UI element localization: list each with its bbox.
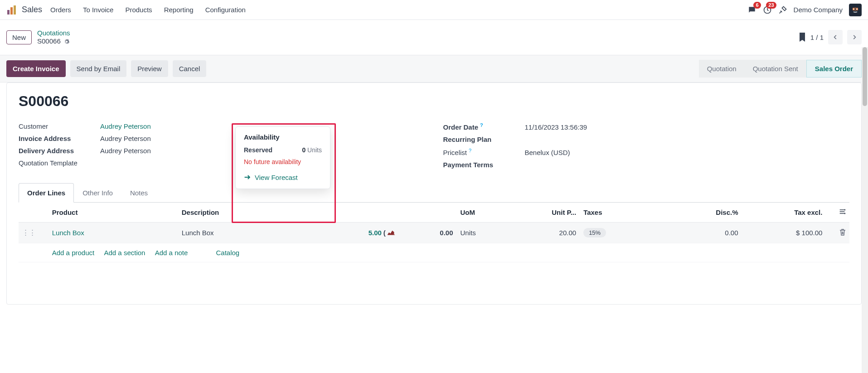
value-invoice-address[interactable]: Audrey Peterson xyxy=(100,135,151,142)
status-quotation[interactable]: Quotation xyxy=(699,60,745,78)
menu-to-invoice[interactable]: To Invoice xyxy=(83,6,114,14)
delete-row-icon[interactable] xyxy=(839,229,846,237)
forecast-chart-icon[interactable] xyxy=(388,229,395,237)
send-by-email-button[interactable]: Send by Email xyxy=(70,60,127,77)
th-unit-price[interactable]: Unit P... xyxy=(515,203,580,223)
status-quotation-sent[interactable]: Quotation Sent xyxy=(745,60,806,78)
menu-orders[interactable]: Orders xyxy=(50,6,71,14)
document-title: S00066 xyxy=(19,93,849,110)
cell-unit-price[interactable]: 20.00 xyxy=(515,222,580,243)
company-switcher[interactable]: Demo Company xyxy=(794,6,843,14)
tools-icon[interactable] xyxy=(778,5,787,15)
status-sales-order[interactable]: Sales Order xyxy=(806,60,862,78)
gear-icon[interactable] xyxy=(63,37,70,45)
th-taxes[interactable]: Taxes xyxy=(580,203,658,223)
cancel-button[interactable]: Cancel xyxy=(173,60,207,77)
activity-badge: 23 xyxy=(766,2,776,9)
breadcrumb-quotations[interactable]: Quotations xyxy=(37,29,70,37)
label-customer: Customer xyxy=(19,122,100,130)
popover-title: Availability xyxy=(244,133,322,141)
value-order-date[interactable]: 11/16/2023 13:56:39 xyxy=(525,123,587,131)
tab-order-lines[interactable]: Order Lines xyxy=(19,183,74,203)
cell-tax-excl[interactable]: $ 100.00 xyxy=(742,222,826,243)
activity-clock-icon[interactable]: 23 xyxy=(763,5,772,15)
value-pricelist[interactable]: Benelux (USD) xyxy=(525,149,570,156)
new-button[interactable]: New xyxy=(6,30,32,44)
add-product-link[interactable]: Add a product xyxy=(52,249,94,257)
cell-description[interactable]: Lunch Box xyxy=(178,222,321,243)
value-delivery-address[interactable]: Audrey Peterson xyxy=(100,147,151,155)
label-delivery-address: Delivery Address xyxy=(19,147,100,155)
label-payment-terms: Payment Terms xyxy=(443,161,525,169)
preview-button[interactable]: Preview xyxy=(131,60,168,77)
menu-products[interactable]: Products xyxy=(125,6,152,14)
th-uom[interactable]: UoM xyxy=(457,203,515,223)
label-order-date: Order Date? xyxy=(443,122,525,131)
reserved-unit: Units xyxy=(307,146,322,154)
label-invoice-address: Invoice Address xyxy=(19,135,100,142)
availability-warning: No future availability xyxy=(244,158,322,165)
cell-disc[interactable]: 0.00 xyxy=(658,222,742,243)
add-section-link[interactable]: Add a section xyxy=(104,249,145,257)
tab-other-info[interactable]: Other Info xyxy=(74,183,121,202)
th-product[interactable]: Product xyxy=(48,203,178,223)
catalog-link[interactable]: Catalog xyxy=(216,249,240,257)
cell-quantity[interactable]: 5.00 ( xyxy=(369,229,395,237)
help-icon[interactable]: ? xyxy=(469,148,471,153)
svg-rect-2 xyxy=(14,5,16,15)
order-line-row[interactable]: ⋮⋮ Lunch Box Lunch Box 5.00 ( 0.00 Un xyxy=(19,222,849,243)
bookmark-icon[interactable] xyxy=(799,33,806,42)
availability-popover: Availability Reserved 0 Units No future … xyxy=(235,126,330,189)
svg-rect-0 xyxy=(7,10,10,15)
create-invoice-button[interactable]: Create Invoice xyxy=(6,60,66,77)
tab-notes[interactable]: Notes xyxy=(121,183,156,202)
help-icon[interactable]: ? xyxy=(480,122,483,128)
breadcrumb-current: S00066 xyxy=(37,37,61,45)
reserved-label: Reserved xyxy=(244,146,272,154)
pager-text[interactable]: 1 / 1 xyxy=(810,34,824,41)
label-quotation-template: Quotation Template xyxy=(19,159,100,167)
user-avatar[interactable] xyxy=(849,4,862,16)
th-disc[interactable]: Disc.% xyxy=(658,203,742,223)
th-description[interactable]: Description xyxy=(178,203,321,223)
cell-delivered[interactable]: 0.00 xyxy=(398,222,457,243)
reserved-qty: 0 xyxy=(302,146,305,154)
menu-reporting[interactable]: Reporting xyxy=(164,6,194,14)
app-name[interactable]: Sales xyxy=(22,5,42,15)
cell-product[interactable]: Lunch Box xyxy=(52,229,84,237)
drag-handle-icon[interactable]: ⋮⋮ xyxy=(22,228,36,236)
label-recurring-plan: Recurring Plan xyxy=(443,136,525,143)
add-note-link[interactable]: Add a note xyxy=(155,249,188,257)
value-customer[interactable]: Audrey Peterson xyxy=(100,122,151,130)
arrow-right-icon xyxy=(244,174,251,181)
th-tax-excl[interactable]: Tax excl. xyxy=(742,203,826,223)
view-forecast-link[interactable]: View Forecast xyxy=(244,174,298,181)
menu-configuration[interactable]: Configuration xyxy=(205,6,246,14)
chat-badge: 6 xyxy=(753,2,761,9)
pager-prev-button[interactable] xyxy=(828,30,843,44)
label-pricelist: Pricelist? xyxy=(443,148,525,156)
status-bar: Quotation Quotation Sent Sales Order xyxy=(699,60,862,78)
chat-icon[interactable]: 6 xyxy=(747,5,756,15)
cell-tax[interactable]: 15% xyxy=(583,228,606,237)
app-logo-icon[interactable] xyxy=(6,5,17,15)
th-optional-columns[interactable] xyxy=(826,203,849,223)
svg-rect-1 xyxy=(10,7,13,15)
cell-uom[interactable]: Units xyxy=(457,222,515,243)
vertical-scrollbar[interactable] xyxy=(862,47,868,311)
pager-next-button[interactable] xyxy=(847,30,862,44)
